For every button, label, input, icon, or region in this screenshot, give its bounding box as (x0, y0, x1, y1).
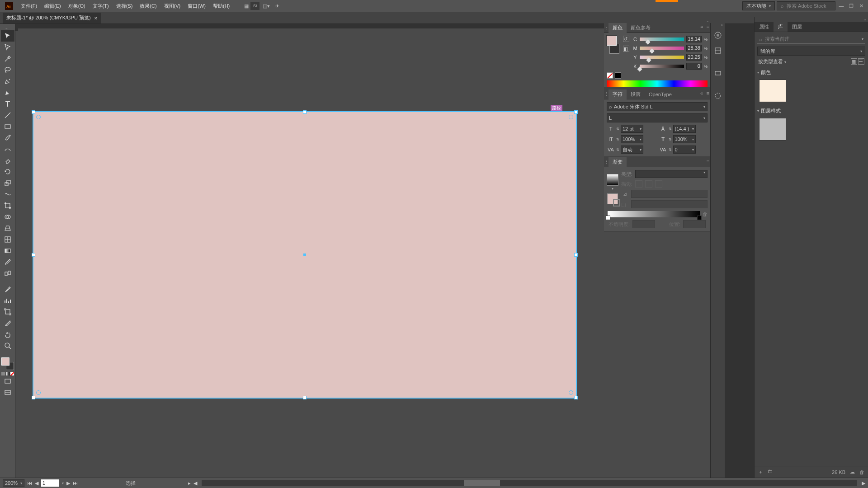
tab-layers[interactable]: 图层 (788, 22, 807, 32)
library-folder-icon[interactable]: 🗀 (768, 469, 773, 475)
magic-wand-tool[interactable] (1, 53, 14, 64)
window-close-icon[interactable]: ✕ (857, 2, 865, 10)
paintbrush-tool[interactable] (1, 132, 14, 143)
shaper-tool[interactable] (1, 143, 14, 155)
last-artboard-icon[interactable]: ⏭ (73, 480, 78, 486)
leading-input[interactable]: (14.4 )▾ (673, 125, 696, 133)
vscale-input[interactable]: 100%▾ (621, 135, 643, 143)
black-value[interactable]: 0 (686, 63, 702, 70)
panel-grip-icon[interactable]: ⋮ (604, 91, 609, 97)
width-tool[interactable] (1, 188, 14, 200)
fill-stroke-preview[interactable] (607, 36, 619, 54)
tab-paragraph[interactable]: 段落 (627, 89, 645, 99)
yellow-slider[interactable] (640, 56, 684, 59)
window-minimize-icon[interactable]: — (837, 2, 845, 10)
color-guide-strip-icon[interactable] (711, 89, 725, 103)
close-tab-icon[interactable]: × (94, 15, 97, 21)
resize-handle[interactable] (32, 396, 35, 399)
column-graph-tool[interactable] (1, 295, 14, 306)
font-family-select[interactable]: ⌕Adobe 宋体 Std L▾ (607, 102, 708, 111)
zoom-select[interactable]: 200%▾ (3, 479, 24, 487)
library-search[interactable]: ⌕搜索当前库▾ (757, 35, 865, 44)
libraries-strip-icon[interactable] (711, 44, 725, 57)
tab-gradient[interactable]: 渐变 (609, 157, 627, 167)
delete-icon[interactable]: 🗑 (859, 469, 864, 475)
resize-handle[interactable] (32, 253, 35, 257)
sync-status-icon[interactable]: ☁ (850, 469, 855, 475)
add-content-icon[interactable]: ＋ (758, 469, 763, 475)
shape-builder-tool[interactable] (1, 211, 14, 222)
hand-tool[interactable] (1, 328, 14, 340)
zoom-tool[interactable] (1, 340, 14, 351)
document-tab[interactable]: 未标题-1* @ 200% (CMYK/GPU 预览) × (3, 13, 101, 23)
list-view-icon[interactable]: ☰ (858, 58, 864, 65)
rotate-tool[interactable] (1, 166, 14, 177)
menu-effect[interactable]: 效果(C) (136, 1, 160, 11)
fill-stroke-swatch[interactable] (1, 357, 14, 370)
type-tool[interactable] (1, 98, 14, 109)
gradient-type-select[interactable]: ▾ (635, 170, 708, 178)
corner-widget[interactable] (569, 115, 573, 119)
tab-properties[interactable]: 属性 (755, 22, 774, 32)
tab-opentype[interactable]: OpenType (645, 89, 676, 99)
eyedropper-tool[interactable] (1, 256, 14, 267)
screen-mode-tool[interactable] (1, 375, 14, 387)
cyan-value[interactable]: 18.14 (686, 36, 702, 42)
direct-selection-tool[interactable] (1, 42, 14, 53)
pen-tool[interactable] (1, 75, 14, 87)
gradient-fill-stroke[interactable] (607, 193, 618, 204)
rectangle-tool[interactable] (1, 121, 14, 132)
first-artboard-icon[interactable]: ⏮ (27, 480, 32, 486)
menu-view[interactable]: 视图(V) (160, 1, 184, 11)
cyan-slider[interactable] (640, 38, 684, 41)
color-themes-icon[interactable] (711, 28, 725, 42)
blend-tool[interactable] (1, 267, 14, 279)
corner-widget[interactable] (36, 115, 41, 119)
tracking-input[interactable]: 0▾ (673, 145, 696, 154)
menu-edit[interactable]: 编辑(E) (41, 1, 65, 11)
scale-tool[interactable] (1, 177, 14, 188)
tab-color-guide[interactable]: 颜色参考 (627, 23, 655, 33)
corner-widget[interactable] (569, 390, 573, 395)
none-swatch[interactable] (607, 72, 613, 79)
artboard-selected-rect[interactable]: 路径 (33, 112, 576, 398)
menu-window[interactable]: 窗口(W) (184, 1, 209, 11)
mesh-tool[interactable] (1, 234, 14, 245)
menu-help[interactable]: 帮助(H) (209, 1, 233, 11)
spectrum-ramp[interactable] (607, 80, 708, 87)
collapse-right-icon[interactable]: » (755, 17, 868, 22)
menu-object[interactable]: 对象(O) (65, 1, 89, 11)
panel-menu-icon[interactable]: ≡ (707, 90, 709, 96)
resize-handle[interactable] (574, 396, 578, 399)
selection-tool[interactable] (1, 30, 14, 42)
font-size-input[interactable]: 12 pt▾ (621, 125, 643, 133)
font-style-select[interactable]: L▾ (607, 113, 708, 122)
black-slider[interactable] (640, 65, 684, 68)
library-color-swatch[interactable] (759, 80, 786, 102)
magenta-slider[interactable] (640, 47, 684, 50)
panel-grip-icon[interactable]: ⋮ (604, 159, 609, 165)
window-restore-icon[interactable]: ❐ (847, 2, 855, 10)
control-bar-toggle-icon[interactable]: ▦ (242, 2, 250, 10)
horizontal-scrollbar[interactable] (202, 480, 857, 486)
resize-handle[interactable] (303, 110, 307, 114)
tab-color[interactable]: 颜色 (609, 23, 627, 33)
slice-tool[interactable] (1, 317, 14, 328)
stock-icon[interactable]: St (250, 2, 259, 10)
library-selector[interactable]: 我的库▾ (757, 47, 865, 56)
app-logo[interactable]: Ai (5, 1, 14, 10)
panel-expand-icon[interactable]: » (700, 24, 703, 29)
gradient-mode-icon[interactable] (6, 372, 9, 375)
perspective-tool[interactable] (1, 222, 14, 234)
stock-search[interactable]: ⌕搜索 Adobe Stock (777, 1, 835, 10)
menu-type[interactable]: 文字(T) (89, 1, 113, 11)
symbol-sprayer-tool[interactable] (1, 283, 14, 295)
grid-view-icon[interactable]: ▦ (851, 58, 857, 65)
resize-handle[interactable] (32, 110, 35, 114)
corner-widget[interactable] (36, 390, 41, 395)
none-mode-icon[interactable] (10, 372, 14, 375)
panel-menu-icon[interactable]: ≡ (707, 24, 709, 29)
kerning-input[interactable]: 自动▾ (621, 145, 643, 154)
resize-handle[interactable] (574, 253, 578, 257)
gradient-tool[interactable] (1, 245, 14, 256)
